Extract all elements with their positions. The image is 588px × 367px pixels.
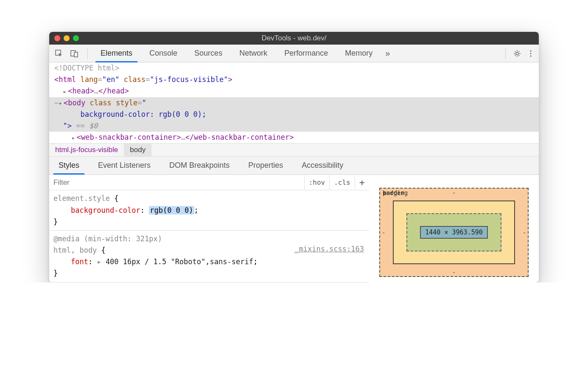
minimize-button[interactable] bbox=[64, 35, 70, 41]
tab-network[interactable]: Network bbox=[231, 45, 276, 62]
traffic-lights bbox=[54, 35, 79, 41]
svg-point-3 bbox=[516, 52, 518, 55]
svg-point-6 bbox=[530, 55, 531, 56]
svg-point-4 bbox=[530, 50, 531, 51]
rule-source-link[interactable]: _mixins.scss:163 bbox=[294, 243, 364, 255]
inspect-icon[interactable] bbox=[54, 49, 64, 58]
subtab-event-listeners[interactable]: Event Listeners bbox=[89, 157, 160, 174]
expand-icon[interactable]: ▸ bbox=[97, 257, 105, 266]
devtools-window: DevTools - web.dev/ Elements Console Sou… bbox=[49, 32, 539, 282]
tab-performance[interactable]: Performance bbox=[276, 45, 336, 62]
tab-console[interactable]: Console bbox=[141, 45, 186, 62]
separator bbox=[505, 48, 506, 59]
tab-memory[interactable]: Memory bbox=[336, 45, 381, 62]
tab-elements[interactable]: Elements bbox=[92, 45, 141, 62]
subtab-dom-breakpoints[interactable]: DOM Breakpoints bbox=[160, 157, 239, 174]
dom-selected-body-node[interactable]: ⋯<body class style=" background-color: r… bbox=[49, 97, 539, 132]
dom-tree[interactable]: <!DOCTYPE html> <html lang="en" class="j… bbox=[49, 62, 539, 143]
box-model-border[interactable]: border - - - - padding - - - - 1440 × 39… bbox=[393, 200, 515, 264]
box-model-content[interactable]: 1440 × 3963.590 bbox=[420, 226, 487, 239]
close-button[interactable] bbox=[54, 35, 60, 41]
gear-icon[interactable] bbox=[512, 49, 522, 58]
subtab-properties[interactable]: Properties bbox=[239, 157, 292, 174]
styles-panel: :hov .cls + element.style { background-c… bbox=[49, 175, 539, 282]
css-property[interactable]: background-color bbox=[71, 206, 140, 215]
main-toolbar: Elements Console Sources Network Perform… bbox=[49, 45, 539, 62]
more-tabs-button[interactable]: » bbox=[381, 45, 394, 62]
breadcrumb-item[interactable]: html.js-focus-visible bbox=[49, 144, 124, 156]
hov-toggle[interactable]: :hov bbox=[304, 175, 330, 190]
style-rule-media[interactable]: @media (min-width: 321px) html, body { _… bbox=[49, 231, 369, 282]
css-property[interactable]: font bbox=[71, 257, 88, 266]
tab-sources[interactable]: Sources bbox=[186, 45, 231, 62]
css-value[interactable]: 400 16px / 1.5 "Roboto",sans-serif bbox=[106, 257, 253, 266]
device-toggle-icon[interactable] bbox=[70, 49, 79, 58]
svg-point-5 bbox=[530, 53, 531, 54]
maximize-button[interactable] bbox=[73, 35, 79, 41]
window-title: DevTools - web.dev/ bbox=[49, 34, 539, 42]
styles-subtabs: Styles Event Listeners DOM Breakpoints P… bbox=[49, 157, 539, 175]
dollar-zero: $0 bbox=[89, 121, 98, 130]
breadcrumb: html.js-focus-visible body bbox=[49, 143, 539, 157]
subtab-styles[interactable]: Styles bbox=[49, 157, 89, 174]
breadcrumb-item-selected[interactable]: body bbox=[124, 144, 151, 156]
svg-rect-2 bbox=[74, 52, 78, 57]
kebab-menu-icon[interactable] bbox=[526, 49, 535, 58]
filter-input[interactable] bbox=[49, 178, 304, 187]
subtab-accessibility[interactable]: Accessibility bbox=[292, 157, 353, 174]
dom-html-node[interactable]: <html lang="en" class="js-focus-visible"… bbox=[49, 74, 539, 85]
css-value-selected[interactable]: rgb(0 0 0) bbox=[149, 206, 194, 215]
dom-snackbar-node[interactable]: <web-snackbar-container>…</web-snackbar-… bbox=[49, 132, 539, 143]
box-model-pane: margin - - - - border - - - - padding - bbox=[369, 175, 539, 282]
cls-toggle[interactable]: .cls bbox=[329, 175, 355, 190]
separator bbox=[87, 48, 88, 59]
box-model-padding[interactable]: padding - - - - 1440 × 3963.590 bbox=[406, 213, 501, 251]
box-model-margin[interactable]: margin - - - - border - - - - padding - bbox=[379, 188, 528, 277]
dom-doctype[interactable]: <!DOCTYPE html> bbox=[54, 64, 120, 72]
panel-tabs: Elements Console Sources Network Perform… bbox=[92, 45, 394, 62]
filter-row: :hov .cls + bbox=[49, 175, 369, 190]
style-rule-element[interactable]: element.style { background-color: rgb(0 … bbox=[49, 190, 369, 231]
titlebar: DevTools - web.dev/ bbox=[49, 32, 539, 45]
dom-head-node[interactable]: <head>…</head> bbox=[49, 85, 539, 97]
new-rule-button[interactable]: + bbox=[355, 175, 369, 190]
